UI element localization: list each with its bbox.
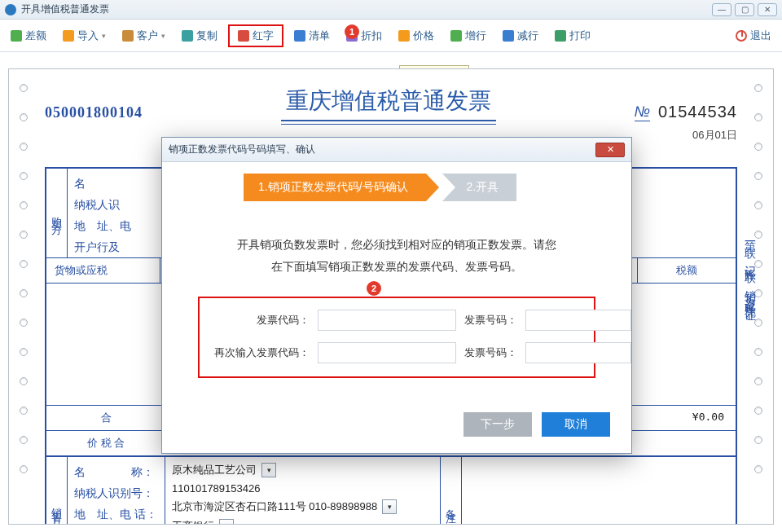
buyer-bank-label: 开户行及	[74, 237, 158, 258]
diff-icon	[11, 30, 22, 42]
buyer-taxid-label: 纳税人识	[74, 195, 158, 216]
seller-taxid-label: 纳税人识别号：	[74, 483, 158, 504]
toolbar-delline-button[interactable]: 减行	[497, 24, 544, 47]
toolbar-diff-button[interactable]: 差额	[5, 24, 52, 47]
toolbar-red-label: 红字	[253, 29, 274, 43]
red-icon	[238, 30, 249, 42]
toolbar-delline-label: 减行	[517, 29, 538, 43]
minimize-button[interactable]: —	[712, 3, 731, 16]
window-controls: — ▢ ✕	[712, 3, 777, 16]
col-goods: 货物或应税	[46, 258, 160, 283]
seller-name-dropdown[interactable]: ▾	[261, 463, 276, 477]
invoice-number-confirm-label: 发票号码：	[464, 345, 517, 360]
toolbar-import-label: 导入	[77, 29, 99, 43]
seller-section-label: 销售方	[46, 457, 68, 525]
toolbar-diff-label: 差额	[25, 29, 46, 43]
seller-bank-dropdown[interactable]: ▾	[219, 519, 234, 525]
toolbar-addline-button[interactable]: 增行	[445, 24, 492, 47]
toolbar-discount-label: 折扣	[361, 29, 382, 43]
window-titlebar: 开具增值税普通发票 — ▢ ✕	[0, 0, 782, 20]
maximize-button[interactable]: ▢	[735, 3, 754, 16]
import-icon	[63, 30, 74, 42]
buyer-section-label: 购买方	[46, 169, 68, 257]
invoice-code-confirm-input[interactable]	[318, 342, 456, 363]
annotation-callout-2: 2	[367, 281, 381, 296]
col-tax-amount: 税额	[638, 258, 736, 283]
seller-addr-label: 地 址、电 话：	[74, 504, 158, 525]
seller-values: 原木纯品工艺公司▾ 110101789153426 北京市海淀区杏石口路111号…	[165, 457, 441, 525]
toolbar-price-label: 价格	[413, 29, 434, 43]
copy-designation: 第一联：记账联 销货方记账凭证	[742, 232, 757, 304]
toolbar-price-button[interactable]: 价格	[393, 24, 440, 47]
invoice-code-label: 发票代码：	[214, 313, 310, 328]
invoice-number-label: 发票号码：	[464, 313, 517, 328]
toolbar-print-button[interactable]: 打印	[549, 24, 596, 47]
invoice-code-confirm-label: 再次输入发票代码：	[214, 345, 310, 360]
customer-icon	[122, 30, 134, 42]
toolbar-import-button[interactable]: 导入▾	[57, 24, 112, 47]
toolbar-list-button[interactable]: 清单	[288, 24, 336, 47]
wizard-step-2: 2.开具	[442, 174, 517, 201]
seller-taxid-value[interactable]: 110101789153426	[172, 482, 260, 495]
seller-addr-dropdown[interactable]: ▾	[382, 499, 397, 514]
seller-addr-value[interactable]: 北京市海淀区杏石口路111号 010-89898988	[172, 499, 377, 514]
invoice-number-input[interactable]	[525, 310, 631, 331]
seller-name-label: 名 称：	[74, 462, 158, 483]
number-symbol: №	[635, 103, 651, 121]
print-icon	[555, 30, 566, 42]
wizard-step-1: 1.销项正数发票代码/号码确认	[244, 174, 426, 201]
toolbar-addline-label: 增行	[465, 29, 486, 43]
invoice-code: 050001800104	[45, 104, 143, 121]
toolbar-list-label: 清单	[309, 29, 330, 43]
main-toolbar: 差额 导入▾ 客户▾ 复制 红字 清单 折扣 价格 增行 减行 打印 退出	[0, 20, 782, 52]
addline-icon	[450, 30, 462, 42]
instruct-line-1: 开具销项负数发票时，您必须找到相对应的销项正数发票。请您	[195, 234, 599, 256]
power-icon	[736, 30, 747, 42]
toolbar-exit-label: 退出	[750, 29, 771, 43]
toolbar-red-button[interactable]: 红字	[228, 24, 283, 47]
toolbar-customer-label: 客户	[137, 29, 158, 43]
seller-bank-value[interactable]: 工商银行	[172, 519, 214, 525]
notes-area[interactable]	[462, 457, 736, 525]
invoice-date: 06月01日	[692, 128, 737, 143]
dialog-title: 销项正数发票代码号码填写、确认	[169, 143, 315, 156]
invoice-number-confirm-input[interactable]	[525, 342, 631, 363]
price-tax-label: 价 税 合	[46, 431, 165, 455]
toolbar-customer-button[interactable]: 客户▾	[116, 24, 171, 47]
dialog-titlebar[interactable]: 销项正数发票代码号码填写、确认 ✕	[162, 138, 631, 162]
sum-label: 合	[46, 406, 165, 430]
code-number-inputs: 发票代码： 发票号码： 再次输入发票代码： 发票号码：	[198, 297, 595, 378]
instruct-line-2: 在下面填写销项正数发票的发票代码、发票号码。	[195, 256, 599, 278]
red-invoice-dialog: 销项正数发票代码号码填写、确认 ✕ 1.销项正数发票代码/号码确认 2.开具 开…	[161, 137, 632, 454]
seller-block: 销售方 名 称： 纳税人识别号： 地 址、电 话： 开户行及账号： 原木纯品工艺…	[45, 457, 737, 525]
dialog-close-button[interactable]: ✕	[595, 143, 625, 157]
toolbar-copy-button[interactable]: 复制	[176, 24, 223, 47]
cancel-button[interactable]: 取消	[542, 412, 610, 437]
window-title: 开具增值税普通发票	[21, 2, 109, 16]
list-icon	[294, 30, 305, 42]
dialog-instructions: 开具销项负数发票时，您必须找到相对应的销项正数发票。请您 在下面填写销项正数发票…	[195, 234, 599, 277]
next-button[interactable]: 下一步	[463, 412, 532, 437]
buyer-name-label: 名	[74, 174, 158, 195]
delline-icon	[503, 30, 514, 42]
toolbar-exit-button[interactable]: 退出	[730, 24, 777, 47]
perforation-left	[12, 69, 35, 524]
invoice-code-input[interactable]	[318, 310, 456, 331]
notes-section-label: 备注	[441, 457, 462, 525]
dialog-actions: 下一步 取消	[162, 398, 631, 453]
buyer-field-labels: 名 纳税人识 地 址、电 开户行及	[68, 169, 165, 257]
toolbar-copy-label: 复制	[196, 29, 217, 43]
annotation-callout-1: 1	[345, 24, 359, 39]
seller-field-labels: 名 称： 纳税人识别号： 地 址、电 话： 开户行及账号：	[68, 457, 165, 525]
sum-amount: ¥0.00	[638, 406, 736, 430]
invoice-title: 重庆增值税普通发票	[281, 86, 496, 121]
seller-name-value[interactable]: 原木纯品工艺公司	[172, 463, 257, 477]
toolbar-print-label: 打印	[569, 29, 591, 43]
price-icon	[398, 30, 410, 42]
invoice-number-block: № 01544534	[635, 103, 737, 121]
close-window-button[interactable]: ✕	[758, 3, 777, 16]
wizard-steps: 1.销项正数发票代码/号码确认 2.开具	[244, 174, 631, 201]
buyer-addr-label: 地 址、电	[74, 216, 158, 237]
copy-icon	[182, 30, 193, 42]
app-logo-icon	[5, 4, 16, 15]
